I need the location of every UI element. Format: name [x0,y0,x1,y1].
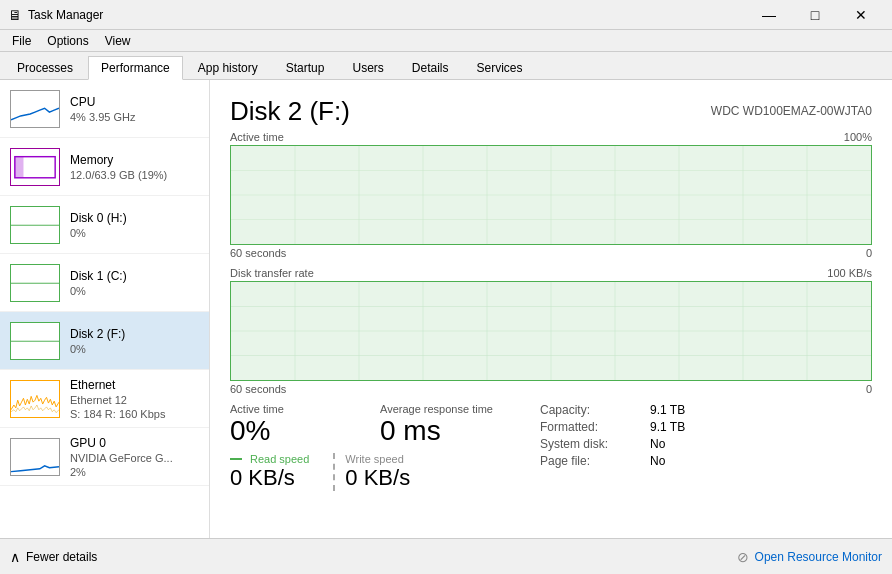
disk0-thumbnail [10,206,60,244]
menu-bar: File Options View [0,30,892,52]
cpu-stat: 4% 3.95 GHz [70,111,199,123]
sidebar: CPU 4% 3.95 GHz Memory 12.0/63.9 GB (19%… [0,80,210,538]
page-file-val: No [650,454,665,468]
disk2-stat: 0% [70,343,199,355]
chart1-time-right: 0 [866,247,872,259]
detail-panel: Disk 2 (F:) WDC WD100EMAZ-00WJTA0 Active… [210,80,892,538]
sidebar-item-disk2[interactable]: Disk 2 (F:) 0% [0,312,209,370]
active-time-stat: Active time 0% [230,403,350,445]
svg-rect-3 [15,156,24,177]
page-file-key: Page file: [540,454,650,468]
memory-label: Memory [70,153,199,167]
maximize-button[interactable]: □ [792,0,838,30]
chart1-time-row: 60 seconds 0 [230,247,872,259]
cpu-info: CPU 4% 3.95 GHz [70,95,199,123]
tab-startup[interactable]: Startup [273,55,338,79]
sidebar-item-disk1[interactable]: Disk 1 (C:) 0% [0,254,209,312]
app-icon: 🖥 [8,7,22,23]
fewer-details-button[interactable]: ∧ Fewer details [10,549,97,565]
transfer-rate-chart-section: Disk transfer rate 100 KB/s [230,267,872,395]
gpu0-stat2: 2% [70,466,199,478]
close-button[interactable]: ✕ [838,0,884,30]
memory-thumbnail [10,148,60,186]
footer: ∧ Fewer details ⊘ Open Resource Monitor [0,538,892,574]
read-speed-value: 0 KB/s [230,465,309,491]
ethernet-info: Ethernet Ethernet 12 S: 184 R: 160 Kbps [70,378,199,420]
chart2-label-row: Disk transfer rate 100 KB/s [230,267,872,279]
formatted-val: 9.1 TB [650,420,685,434]
sidebar-item-ethernet[interactable]: Ethernet Ethernet 12 S: 184 R: 160 Kbps [0,370,209,428]
system-disk-val: No [650,437,665,451]
tab-app-history[interactable]: App history [185,55,271,79]
system-disk-row: System disk: No [540,437,685,451]
disk1-info: Disk 1 (C:) 0% [70,269,199,297]
gpu0-info: GPU 0 NVIDIA GeForce G... 2% [70,436,199,478]
speed-row: Read speed 0 KB/s Write speed 0 KB/s [230,453,500,491]
primary-stats-inner: Active time 0% Average response time 0 m… [230,403,500,445]
tab-details[interactable]: Details [399,55,462,79]
detail-header: Disk 2 (F:) WDC WD100EMAZ-00WJTA0 [230,96,872,127]
menu-file[interactable]: File [4,32,39,50]
chart2-label: Disk transfer rate [230,267,314,279]
avg-response-label: Average response time [380,403,500,415]
avg-response-value: 0 ms [380,417,500,445]
write-speed-label: Write speed [345,453,410,465]
open-resource-monitor-link[interactable]: Open Resource Monitor [755,550,882,564]
read-speed-label: Read speed [230,453,309,465]
chart2-max: 100 KB/s [827,267,872,279]
write-speed-block: Write speed 0 KB/s [333,453,410,491]
sidebar-item-cpu[interactable]: CPU 4% 3.95 GHz [0,80,209,138]
tab-processes[interactable]: Processes [4,55,86,79]
svg-rect-0 [11,91,59,127]
capacity-val: 9.1 TB [650,403,685,417]
fewer-details-label: Fewer details [26,550,97,564]
cpu-thumbnail [10,90,60,128]
memory-info: Memory 12.0/63.9 GB (19%) [70,153,199,181]
active-time-value: 0% [230,417,350,445]
page-file-row: Page file: No [540,454,685,468]
title-bar-left: 🖥 Task Manager [8,7,103,23]
chart1-label: Active time [230,131,284,143]
menu-options[interactable]: Options [39,32,96,50]
svg-rect-11 [11,439,59,475]
tab-performance[interactable]: Performance [88,56,183,80]
ethernet-stat2: S: 184 R: 160 Kbps [70,408,199,420]
active-time-chart-section: Active time 100% [230,131,872,259]
active-time-chart [230,145,872,245]
menu-view[interactable]: View [97,32,139,50]
tab-users[interactable]: Users [339,55,396,79]
ethernet-label: Ethernet [70,378,199,392]
read-speed-label-text: Read speed [250,453,309,465]
memory-stat: 12.0/63.9 GB (19%) [70,169,199,181]
disk0-stat: 0% [70,227,199,239]
avg-response-stat: Average response time 0 ms [380,403,500,445]
chart2-time-row: 60 seconds 0 [230,383,872,395]
primary-stats: Active time 0% Average response time 0 m… [230,403,500,491]
stats-area: Active time 0% Average response time 0 m… [230,403,872,491]
main-content: CPU 4% 3.95 GHz Memory 12.0/63.9 GB (19%… [0,80,892,538]
read-speed-block: Read speed 0 KB/s [230,453,309,491]
gpu0-thumbnail [10,438,60,476]
cpu-label: CPU [70,95,199,109]
tab-services[interactable]: Services [464,55,536,79]
title-bar: 🖥 Task Manager — □ ✕ [0,0,892,30]
chart1-time-left: 60 seconds [230,247,286,259]
sidebar-item-disk0[interactable]: Disk 0 (H:) 0% [0,196,209,254]
window-title: Task Manager [28,8,103,22]
disk2-label: Disk 2 (F:) [70,327,199,341]
chart2-time-right: 0 [866,383,872,395]
transfer-rate-chart [230,281,872,381]
sidebar-item-gpu0[interactable]: GPU 0 NVIDIA GeForce G... 2% [0,428,209,486]
detail-model: WDC WD100EMAZ-00WJTA0 [711,104,872,118]
gpu0-stat1: NVIDIA GeForce G... [70,452,199,464]
write-speed-value: 0 KB/s [345,465,410,491]
sidebar-item-memory[interactable]: Memory 12.0/63.9 GB (19%) [0,138,209,196]
open-resource-monitor-button[interactable]: ⊘ Open Resource Monitor [737,549,882,565]
write-speed-label-text: Write speed [345,453,404,465]
formatted-row: Formatted: 9.1 TB [540,420,685,434]
window-controls: — □ ✕ [746,0,884,30]
tab-bar: Processes Performance App history Startu… [0,52,892,80]
chart2-time-left: 60 seconds [230,383,286,395]
ethernet-thumbnail [10,380,60,418]
minimize-button[interactable]: — [746,0,792,30]
